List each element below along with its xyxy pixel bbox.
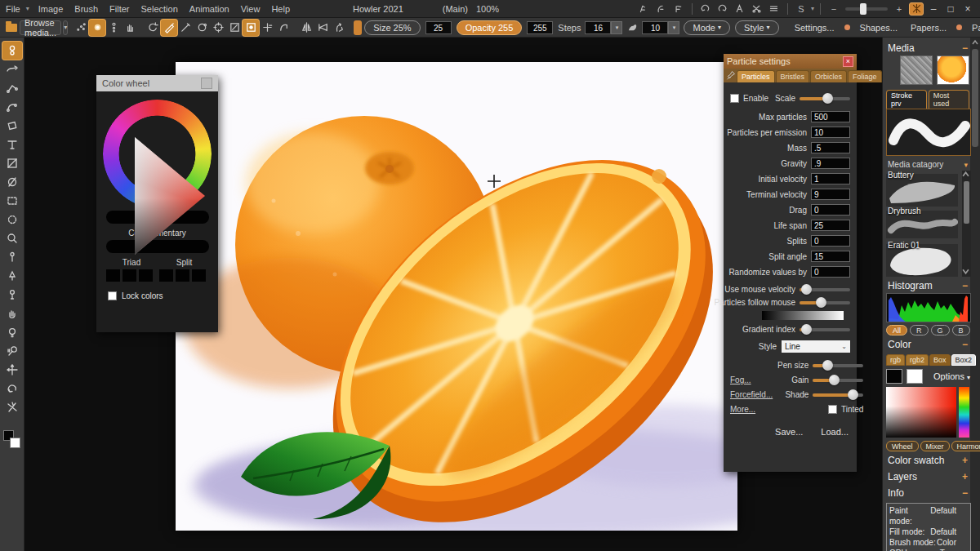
magnify-tool[interactable] bbox=[2, 229, 22, 247]
media-thumb-texture[interactable] bbox=[900, 56, 933, 85]
pin-tool[interactable] bbox=[2, 286, 22, 304]
size-swatch-icon[interactable] bbox=[354, 20, 362, 35]
lasso-pen-tool[interactable] bbox=[2, 60, 22, 78]
enable-checkbox[interactable] bbox=[730, 94, 739, 103]
workspace-layout-1-icon[interactable] bbox=[637, 2, 652, 16]
lock-colors-checkbox[interactable] bbox=[108, 291, 117, 300]
terminal-velocity-field[interactable] bbox=[811, 189, 850, 200]
opacity-button[interactable]: Opacity 255 bbox=[457, 20, 523, 35]
empty-set-tool[interactable] bbox=[2, 173, 22, 191]
pencil-box-icon[interactable] bbox=[226, 20, 243, 36]
secondary-color-swatch[interactable] bbox=[10, 438, 20, 448]
hook-curve-icon[interactable] bbox=[275, 20, 292, 36]
tab-orbicles[interactable]: Orbicles bbox=[810, 70, 847, 82]
airbrush-tool[interactable] bbox=[2, 42, 22, 60]
menu-animation[interactable]: Animation bbox=[184, 4, 235, 14]
saturation-value-picker[interactable] bbox=[886, 387, 956, 438]
tab-bristles[interactable]: Bristles bbox=[776, 70, 810, 82]
chevron-down-icon[interactable]: ▾ bbox=[668, 21, 679, 34]
tab-rgb[interactable]: rgb bbox=[886, 354, 905, 366]
particles-follow-mouse-slider[interactable] bbox=[800, 301, 850, 304]
rect-select-tool[interactable] bbox=[2, 192, 22, 210]
color-swatch-section-header[interactable]: Color swatch + bbox=[886, 453, 971, 468]
mirror-horizontal-icon[interactable] bbox=[298, 20, 314, 36]
secondary-color-swatch[interactable] bbox=[886, 369, 902, 384]
shapes-button[interactable]: Shapes... bbox=[860, 23, 898, 33]
brush-item-label[interactable]: Drybrush bbox=[888, 207, 921, 216]
papers-button[interactable]: Papers... bbox=[911, 23, 947, 33]
freehand-pencil-icon[interactable] bbox=[161, 20, 177, 36]
brush-item-label[interactable]: Eratic 01 bbox=[888, 241, 920, 250]
particles-button[interactable]: Particles... bbox=[972, 23, 980, 33]
use-mouse-velocity-slider[interactable] bbox=[800, 288, 850, 291]
hue-strip[interactable] bbox=[959, 387, 969, 438]
menu-image[interactable]: Image bbox=[33, 4, 69, 14]
register-cross-icon[interactable] bbox=[259, 20, 275, 36]
randomize-values-field[interactable] bbox=[811, 266, 850, 278]
orbit-icon[interactable] bbox=[194, 20, 210, 36]
collapse-icon[interactable]: − bbox=[962, 487, 968, 499]
workspace-layout-3-icon[interactable] bbox=[671, 2, 686, 16]
stylus-settings-icon[interactable]: S bbox=[794, 2, 808, 16]
media-category-dropdown[interactable]: Media catagory ▾ bbox=[886, 156, 971, 171]
layers-section-header[interactable]: Layers + bbox=[886, 469, 971, 484]
tab-most-used[interactable]: Most used bbox=[929, 90, 969, 109]
opacity-value-field[interactable]: 255 bbox=[527, 21, 553, 34]
gradient-index-slider[interactable] bbox=[800, 328, 850, 331]
close-icon[interactable]: × bbox=[843, 56, 853, 67]
lamp-tool[interactable] bbox=[2, 323, 22, 341]
menu-filter[interactable]: Filter bbox=[104, 4, 135, 14]
target-icon[interactable] bbox=[210, 20, 226, 36]
record-box-icon[interactable] bbox=[243, 20, 259, 36]
airbrush-glow-icon[interactable] bbox=[89, 20, 105, 36]
list-icon[interactable] bbox=[767, 2, 782, 16]
chevron-down-icon[interactable]: ▾ bbox=[26, 5, 29, 12]
menu-view[interactable]: View bbox=[235, 4, 266, 14]
harmony-mode-button[interactable]: Harmony bbox=[951, 441, 980, 451]
mirror-rotate-icon[interactable] bbox=[331, 20, 347, 36]
chevron-down-icon[interactable]: ▾ bbox=[811, 5, 814, 12]
primary-secondary-colors[interactable] bbox=[3, 430, 21, 451]
minimize-button[interactable]: – bbox=[926, 2, 941, 16]
undo-swirl-tool[interactable] bbox=[2, 380, 22, 398]
tab-box2[interactable]: Box2 bbox=[951, 354, 977, 366]
fog-link[interactable]: Fog... bbox=[730, 375, 777, 384]
style-button[interactable]: Style ▾ bbox=[735, 20, 779, 35]
info-section-header[interactable]: Info − bbox=[886, 486, 971, 500]
zoom-slider[interactable] bbox=[845, 7, 888, 11]
collapse-icon[interactable]: − bbox=[962, 280, 968, 291]
split-swatches[interactable] bbox=[159, 269, 208, 283]
media-section-header[interactable]: Media − bbox=[886, 41, 971, 56]
size-value-field[interactable]: 25 bbox=[425, 21, 452, 34]
split-angle-field[interactable] bbox=[811, 251, 850, 262]
steps-dropdown[interactable]: 16 ▾ bbox=[585, 21, 622, 34]
menu-brush[interactable]: Brush bbox=[69, 4, 104, 14]
gravity-field[interactable] bbox=[811, 158, 850, 169]
grab-hand-icon[interactable] bbox=[122, 20, 138, 36]
collapse-icon[interactable]: − bbox=[962, 42, 968, 54]
mass-field[interactable] bbox=[811, 142, 850, 153]
style-select[interactable]: Line ⌄ bbox=[782, 340, 850, 353]
redo-icon[interactable] bbox=[715, 2, 730, 16]
tab-stroke-preview[interactable]: Stroke prv bbox=[886, 90, 927, 109]
refresh-stroke-icon[interactable] bbox=[145, 20, 161, 36]
text-tool[interactable] bbox=[2, 136, 22, 153]
save-button[interactable]: Save... bbox=[775, 427, 803, 437]
zoom-100-tool[interactable] bbox=[2, 342, 22, 360]
forcefield-link[interactable]: Forcefield... bbox=[730, 390, 777, 399]
flow-dropdown[interactable]: 10 ▾ bbox=[642, 21, 679, 34]
collapse-icon[interactable]: − bbox=[962, 339, 968, 350]
media-thumb-image[interactable] bbox=[937, 56, 969, 85]
pony-brush-icon[interactable] bbox=[624, 20, 640, 36]
color-section-header[interactable]: Color − bbox=[886, 337, 971, 352]
polyline-tool[interactable] bbox=[2, 79, 22, 97]
tab-box[interactable]: Box bbox=[929, 354, 951, 366]
settings-button[interactable]: Settings... bbox=[795, 23, 835, 33]
tab-foliage[interactable]: Foliage bbox=[848, 70, 882, 82]
channel-b-button[interactable]: B bbox=[952, 325, 970, 335]
restore-button[interactable]: □ bbox=[943, 2, 958, 16]
histogram-section-header[interactable]: Histogram − bbox=[886, 278, 971, 293]
splits-field[interactable] bbox=[811, 235, 850, 247]
menu-help[interactable]: Help bbox=[265, 4, 296, 14]
brush-list-scrollbar[interactable] bbox=[962, 171, 971, 277]
